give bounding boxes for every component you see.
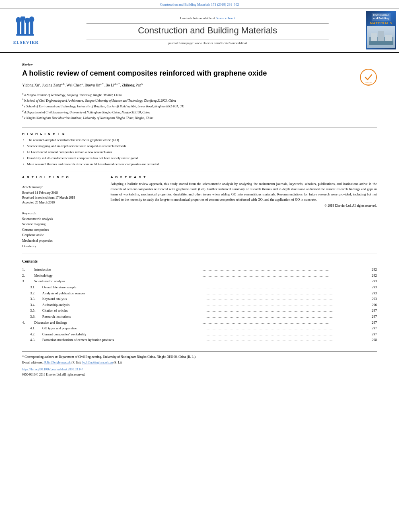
keyword-3: Cement composites [22,227,103,233]
toc-3-5: 3.5. Citation of articles ..............… [22,308,377,314]
toc-4-2: 4.2. Cement composites' workability ....… [22,331,377,337]
header-divider-bottom [86,39,329,39]
keyword-6: Durability [22,244,103,249]
journal-title: Construction and Building Materials [138,25,277,36]
toc-4: 4. Discussion and findings .............… [22,320,377,326]
highlight-3: GO-reinforced cement composites remain a… [22,150,377,155]
top-bar: Construction and Building Materials 171 … [0,0,399,8]
sciencedirect-link[interactable]: ScienceDirect [216,16,235,20]
toc-label-3-5: Citation of articles [42,308,204,313]
toc-page-4-3: 298 [367,337,377,343]
info-divider-2 [22,208,103,208]
toc-label-3-1: Overall literature sample [42,284,204,290]
toc-label-4-3: Formation mechanism of cement hydration … [42,337,204,343]
cover-line2: and Building [373,17,389,20]
toc-label-3: Scientometric analysis [34,278,200,284]
email-2-link[interactable]: bo.li@nottingham.edu.cn [82,361,113,364]
journal-cover: Construction and Building MATERIALS [366,11,396,49]
affil-e: e e Ningbo Nottingham New Materials Inst… [22,115,355,120]
svg-point-5 [20,16,25,21]
abstract-col: A B S T R A C T Adopting a holistic revi… [111,175,377,249]
toc-dots-1: ........................................… [201,267,366,273]
header-center: Contents lists available at ScienceDirec… [52,9,363,52]
toc-label-4-2: Cement composites' workability [42,331,204,337]
doi-link[interactable]: https://doi.org/10.1016/j.conbuildmat.20… [22,367,377,372]
toc-label-4: Discussion and findings [34,320,200,325]
affiliations: a a Ningbo Institute of Technology, Zhej… [22,92,355,120]
toc-page-1: 292 [367,267,377,272]
main-content: Review A holistic review of cement compo… [0,53,399,385]
header-left: ELSEVIER [0,9,52,52]
email-1-link[interactable]: R.Jin@brighton.ac.uk [44,361,71,364]
toc-num-4: 4. [22,320,34,325]
header-right: Construction and Building MATERIALS [363,9,399,52]
svg-text:updates: updates [366,83,371,85]
toc-label-2: Methodology [34,273,200,278]
two-col-section: A R T I C L E I N F O Article history: R… [22,175,377,249]
affil-a: a a Ningbo Institute of Technology, Zhej… [22,92,355,97]
toc-3: 3. Scientometric analysis ..............… [22,278,377,284]
keyword-1: Scientometric analysis [22,216,103,222]
toc-2: 2. Methodology .........................… [22,273,377,279]
toc-3-1: 3.1. Overall literature sample .........… [22,284,377,290]
affil-d: d d Department of Civil Engineering, Uni… [22,109,355,115]
affil-c: c c School of Environment and Technology… [22,103,355,109]
toc-page-3-5: 297 [367,308,377,313]
article-title: A holistic review of cement composites r… [22,69,355,78]
toc-dots-2: ........................................… [201,273,366,279]
email-line: E-mail addresses: R.Jin@brighton.ac.uk (… [22,360,377,365]
highlight-4: Durability in GO-reinforced cement compo… [22,156,377,161]
accepted-date: Accepted 20 March 2018 [22,200,103,205]
toc-num-3-4: 3.4. [30,302,42,308]
toc-dots-3-3: ........................................… [205,296,366,302]
toc-dots-4-1: ........................................… [205,326,366,331]
toc-page-3: 293 [367,278,377,284]
toc-num-3-3: 3.3. [30,296,42,302]
cover-line1: Construction [373,14,389,17]
article-type: Review [22,62,377,66]
toc-label-4-1: GO types and preparation [42,325,204,331]
citation-text: Construction and Building Materials 171 … [160,2,239,6]
footnote-section: * Corresponding authors at: Department o… [22,351,377,377]
toc-3-4: 3.4. Authorship analysis ...............… [22,302,377,308]
journal-header: ELSEVIER Contents lists available at Sci… [0,8,399,53]
toc-3-2: 3.2. Analysis of publication sources ...… [22,290,377,296]
toc-num-4-3: 4.3. [30,337,42,343]
check-for-updates-badge[interactable]: Check for updates [360,69,377,86]
abstract-copyright: © 2018 Elsevier Ltd. All rights reserved… [111,204,377,207]
highlight-5: Main research themes and research direct… [22,162,377,167]
svg-point-4 [16,17,21,23]
elsevier-logo: ELSEVIER [12,16,40,45]
toc-page-4: 297 [367,320,377,325]
toc-page-3-6: 297 [367,314,377,319]
after-highlights-divider [22,171,377,171]
star-footnote: * Corresponding authors at: Department o… [22,355,377,359]
toc-3-3: 3.3. Keyword analysis ..................… [22,296,377,302]
affil-b: b b School of Civil Engineering and Arch… [22,97,355,103]
svg-point-7 [29,16,34,23]
cover-title-box: Construction and Building [372,13,390,21]
cover-image-icon [369,29,393,45]
contents-title: Contents [22,259,377,263]
article-header: A holistic review of cement composites r… [22,69,377,123]
toc-dots-4-2: ........................................… [205,332,366,337]
toc-label-3-2: Analysis of publication sources [42,290,204,296]
cover-materials-label: MATERIALS [370,21,392,25]
toc-4-3: 4.3. Formation mechanism of cement hydra… [22,337,377,343]
abstract-text: Adopting a holistic review approach, thi… [111,181,377,203]
received-date: Received 14 February 2018 [22,191,103,195]
toc-page-3-2: 293 [367,290,377,296]
toc-page-4-2: 297 [367,331,377,337]
toc-label-3-3: Keyword analysis [42,296,204,302]
keyword-5: Mechanical properties [22,238,103,244]
contents-available-text: Contents lists available at ScienceDirec… [180,16,235,20]
toc-page-2: 292 [367,273,377,278]
svg-point-6 [25,17,30,23]
toc-dots-3-1: ........................................… [205,285,366,290]
toc-label-3-4: Authorship analysis [42,302,204,308]
issn-line: 0950-0618/© 2018 Elsevier Ltd. All right… [22,372,377,377]
toc-num-3-6: 3.6. [30,314,42,319]
toc-dots-3-5: ........................................… [205,308,366,314]
keyword-2: Science mapping [22,222,103,227]
keyword-4: Graphene oxide [22,232,103,238]
